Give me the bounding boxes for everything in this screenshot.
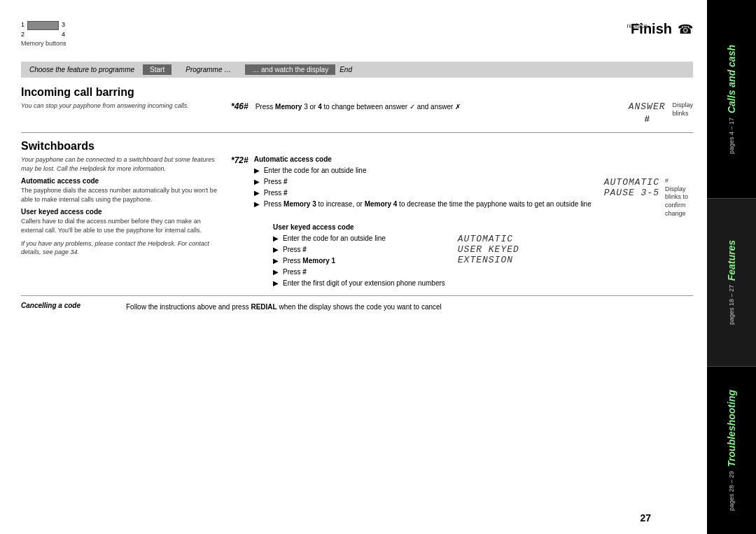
- user-display-area: AUTOMATIC USER KEYED EXTENSION: [458, 234, 519, 265]
- incoming-desc: You can stop your payphone from answerin…: [21, 101, 217, 111]
- user-step-1: ▶ Enter the code for an outside line: [273, 234, 445, 244]
- auto-access-left-desc: The payphone dials the access number aut…: [21, 186, 217, 204]
- switchboards-section: Switchboards Your payphone can be connec…: [21, 140, 693, 290]
- incoming-right: *46# Press Memory 3 or 4 to change betwe…: [231, 101, 693, 124]
- user-keyed-left-title: User keyed access code: [21, 208, 217, 216]
- cancelling-label: Cancelling a code: [21, 302, 112, 309]
- memory-diagram: 1 3 2 4 Memory buttons: [21, 21, 66, 47]
- user-step-3: ▶ Press Memory 1: [273, 256, 445, 266]
- user-display-1: AUTOMATIC: [458, 234, 519, 244]
- sidebar-calls: Calls and cash pages 4 – 17: [707, 0, 756, 199]
- troubleshooting-pages: pages 28 – 29: [728, 471, 735, 511]
- user-display-3: EXTENSION: [458, 255, 519, 265]
- user-step-3-text: Press Memory 1: [283, 256, 335, 266]
- num3: 3: [62, 21, 65, 30]
- auto-access-title: Automatic access code: [254, 155, 693, 163]
- user-bullet-5: ▶: [273, 279, 279, 288]
- troubleshooting-label: Troubleshooting: [726, 390, 738, 467]
- auto-access-subsection: *72# Automatic access code ▶ Enter the c…: [231, 155, 693, 218]
- switchboards-right: *72# Automatic access code ▶ Enter the c…: [231, 155, 693, 290]
- auto-display-2: PAUSE 3-5: [604, 188, 659, 198]
- contact-note: If you have any problems, please contact…: [21, 239, 217, 257]
- cancelling-text: Follow the instructions above and press …: [126, 302, 442, 312]
- user-step-1-text: Enter the code for an outside line: [283, 234, 386, 244]
- incoming-left: You can stop your payphone from answerin…: [21, 101, 217, 113]
- right-sidebar: Calls and cash pages 4 – 17 Features pag…: [707, 0, 756, 534]
- separator-1: [21, 132, 693, 133]
- auto-display-1: AUTOMATIC: [604, 177, 659, 188]
- user-step-4: ▶ Press #: [273, 267, 445, 277]
- start-arrow: Start: [143, 64, 172, 75]
- bullet-icon-2: ▶: [254, 177, 260, 187]
- user-bullet-1: ▶: [273, 234, 279, 244]
- features-pages: pages 18 – 27: [728, 285, 735, 325]
- user-display-2: USER KEYED: [458, 244, 519, 255]
- auto-display-area: AUTOMATIC PAUSE 3-5: [604, 177, 659, 198]
- user-step-2: ▶ Press #: [273, 245, 445, 255]
- auto-step-1: ▶ Enter the code for an outside line: [254, 166, 693, 176]
- user-keyed-subsection: User keyed access code ▶ Enter the code …: [231, 223, 693, 290]
- sidebar-features: Features pages 18 – 27: [707, 199, 756, 367]
- calls-pages: pages 4 – 17: [728, 118, 735, 154]
- user-step-4-text: Press #: [283, 267, 307, 277]
- page-number: 27: [640, 512, 651, 524]
- auto-step-2: ▶ Press #: [254, 177, 592, 187]
- num1: 1: [21, 21, 24, 30]
- incoming-hash: #: [644, 113, 649, 124]
- user-keyed-left-desc: Callers have to dial the access number b…: [21, 217, 217, 234]
- bullet-icon-3: ▶: [254, 188, 260, 198]
- main-content: 1 3 2 4 Memory buttons Finish ☎ replace …: [0, 0, 707, 534]
- auto-access-content: Automatic access code ▶ Enter the code f…: [254, 155, 693, 218]
- user-bullet-4: ▶: [273, 267, 279, 277]
- memory-buttons-label: Memory buttons: [21, 40, 66, 47]
- auto-step-1-text: Enter the code for an outside line: [264, 166, 367, 176]
- choose-feature: Choose the feature to programme: [27, 64, 143, 75]
- bullet-icon-4: ▶: [254, 199, 260, 209]
- sidebar-troubleshooting: Troubleshooting pages 28 – 29: [707, 367, 756, 534]
- auto-step-3: ▶ Press #: [254, 188, 592, 198]
- switchboards-left: Your payphone can be connected to a swit…: [21, 155, 217, 260]
- user-step-5: ▶ Enter the first digit of your extensio…: [273, 279, 445, 288]
- programme-bar: Choose the feature to programme Start Pr…: [21, 62, 693, 78]
- switchboards-code: *72#: [231, 155, 248, 165]
- end-label: End: [335, 64, 356, 75]
- incoming-code: *46#: [231, 101, 248, 111]
- user-step-2-text: Press #: [283, 245, 307, 255]
- auto-step-3-text: Press #: [264, 188, 288, 198]
- top-row: 1 3 2 4 Memory buttons Finish ☎ replace: [21, 21, 693, 58]
- user-keyed-title: User keyed access code: [273, 223, 693, 231]
- auto-access-left-title: Automatic access code: [21, 177, 217, 185]
- num4: 4: [62, 31, 65, 38]
- incoming-barring-title: Incoming call barring: [21, 86, 693, 99]
- phone-icon: ☎: [678, 22, 693, 37]
- user-step-5-text: Enter the first digit of your extension …: [283, 279, 445, 288]
- incoming-display: ANSWER #: [629, 101, 666, 124]
- switchboards-desc: Your payphone can be connected to a swit…: [21, 155, 217, 173]
- features-label: Features: [726, 240, 738, 281]
- switchboards-title: Switchboards: [21, 140, 693, 153]
- auto-step-4-text: Press Memory 3 to increase, or Memory 4 …: [264, 199, 592, 209]
- bullet-icon-1: ▶: [254, 166, 260, 176]
- incoming-instruction: Press Memory 3 or 4 to change between an…: [255, 101, 622, 112]
- num2: 2: [21, 31, 24, 38]
- user-keyed-content: User keyed access code ▶ Enter the code …: [273, 223, 693, 290]
- auto-step-2-text: Press #: [264, 177, 288, 187]
- auto-step-4: ▶ Press Memory 3 to increase, or Memory …: [254, 199, 592, 209]
- cancelling-row: Cancelling a code Follow the instruction…: [21, 295, 693, 312]
- incoming-barring-section: Incoming call barring You can stop your …: [21, 86, 693, 124]
- finish-area: Finish ☎ replace: [631, 21, 693, 37]
- incoming-display-note: Displayblinks: [672, 101, 693, 118]
- user-bullet-2: ▶: [273, 245, 279, 255]
- user-bullet-3: ▶: [273, 256, 279, 266]
- programme-label: Programme …: [172, 64, 245, 75]
- watch-arrow: … and watch the display: [245, 64, 335, 75]
- calls-label: Calls and cash: [726, 45, 738, 113]
- auto-display-note: #Displayblinks toconfirmchange: [665, 177, 688, 218]
- replace-text: replace: [626, 22, 648, 29]
